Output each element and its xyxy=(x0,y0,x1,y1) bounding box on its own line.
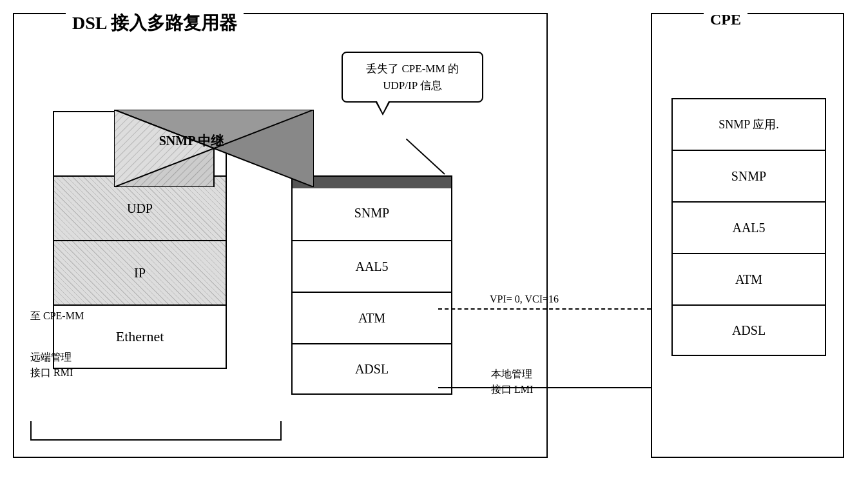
cpe-adsl-box: ADSL xyxy=(671,304,826,356)
to-cpe-mm-label: 至 CPE-MM xyxy=(30,310,84,323)
cpe-aal5-box: AAL5 xyxy=(671,201,826,253)
vpi-dashed-line xyxy=(438,308,651,310)
svg-text:SNMP 中继: SNMP 中继 xyxy=(159,134,225,148)
callout-bubble: 丢失了 CPE-MM 的 UDP/IP 信息 xyxy=(342,52,483,103)
middle-adsl-box: ADSL xyxy=(291,343,452,395)
svg-line-9 xyxy=(406,139,445,174)
cpe-atm-box: ATM xyxy=(671,253,826,304)
remote-mgmt-label: 远端管理 接口 RMI xyxy=(30,350,73,381)
dsl-title: DSL 接入多路复用器 xyxy=(66,11,244,35)
cpe-snmp-app-box: SNMP 应用. xyxy=(671,98,826,150)
callout-connector xyxy=(406,139,458,177)
adsl-solid-line xyxy=(438,387,651,388)
middle-aal5-box: AAL5 xyxy=(291,240,452,292)
middle-snmp-box: SNMP xyxy=(291,175,452,240)
cpe-box: CPE SNMP 应用. SNMP AAL5 ATM ADSL xyxy=(651,13,844,458)
snmp-relay-shape: SNMP 中继 xyxy=(114,110,314,187)
left-ip-box: IP xyxy=(53,240,227,304)
cpe-snmp-box: SNMP xyxy=(671,150,826,201)
bottom-bracket xyxy=(30,421,282,441)
local-mgmt-label: 本地管理 接口 LMI xyxy=(491,366,533,397)
cpe-stack: SNMP 应用. SNMP AAL5 ATM ADSL xyxy=(671,98,826,356)
middle-atm-box: ATM xyxy=(291,292,452,343)
cpe-title: CPE xyxy=(704,11,747,28)
vpi-label: VPI= 0, VCI=16 xyxy=(490,293,559,305)
middle-stack: SNMP AAL5 ATM ADSL xyxy=(291,175,452,395)
